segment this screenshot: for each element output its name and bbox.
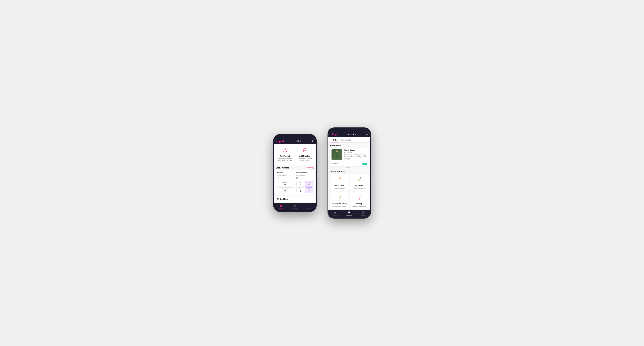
- home-content: Add Round Record your shots in fast or e…: [274, 144, 316, 203]
- capture-nav-icon: [308, 204, 310, 207]
- skill-card-approach[interactable]: Approach Dial-in to hit the green: [350, 174, 369, 191]
- explore-label: Explore skill areas: [330, 171, 369, 173]
- capture-nav-label: Capture: [306, 208, 311, 209]
- shots-count: 9 shots: [333, 163, 338, 165]
- practice-bottom-nav: Home Activities Capture: [328, 210, 370, 218]
- add-round-icon: [282, 148, 288, 154]
- practice-label: Practice: [278, 188, 293, 190]
- home-icon-2: [334, 211, 336, 214]
- nav-home-2[interactable]: Home: [328, 211, 342, 216]
- approach-title: Approach: [355, 184, 363, 186]
- arg-box: ARG 0: [296, 187, 304, 193]
- approach-desc: Dial-in to hit the green: [352, 187, 366, 189]
- home-nav-label: Home: [279, 208, 282, 209]
- svg-point-0: [283, 151, 286, 152]
- app-value: 4: [306, 183, 312, 186]
- view-activity-link[interactable]: View Activity: [305, 167, 314, 169]
- around-green-desc: Hone your short game: [332, 205, 346, 207]
- activities-nav-icon: [293, 204, 296, 207]
- drill-info: Wedge Ladder 50–100 yds Play 1 shot at e…: [344, 149, 367, 160]
- rounds-capture-label: Rounds Capture: [277, 174, 294, 176]
- svg-rect-1: [286, 148, 286, 149]
- stats-divider: [295, 172, 295, 193]
- off-the-tee-icon: [335, 175, 343, 184]
- add-practice-title: Add Practice: [299, 155, 310, 157]
- notch: [288, 134, 302, 138]
- practice-value: 0: [278, 190, 293, 192]
- golf-bag-row[interactable]: My Golf Bag ›: [275, 196, 315, 202]
- drills-top-row: OTT 0 APP 4: [296, 181, 313, 187]
- add-round-title: Add Round: [280, 155, 290, 157]
- phone-home: clippd Home ≡ Add Round Re: [273, 134, 317, 212]
- tournament-value: 0: [278, 183, 293, 186]
- rounds-total: 0: [277, 176, 294, 180]
- drills-title: Practice Drills: [296, 172, 313, 173]
- phone-practice: clippd Practice ≡ Drills Favourites Most…: [328, 128, 371, 218]
- skill-card-off-the-tee[interactable]: Off The Tee Power and accuracy: [330, 174, 349, 191]
- drill-range: 50–100 yds: [344, 151, 367, 153]
- putt-value: 4: [306, 190, 312, 192]
- activities-nav-label: Activities: [292, 208, 298, 209]
- putting-icon: [356, 194, 363, 202]
- clippd-logo-2: clippd: [331, 133, 338, 136]
- drill-desc: Play 1 shot at each target yardage. If y…: [344, 154, 367, 160]
- rounds-title: Rounds: [277, 172, 294, 173]
- off-the-tee-desc: Power and accuracy: [333, 187, 345, 189]
- nav-activities-2[interactable]: Activities: [342, 211, 356, 216]
- tab-drills[interactable]: Drills: [331, 137, 340, 143]
- practice-content: Most Popular: [328, 143, 370, 210]
- around-green-title: Around The Green: [332, 203, 346, 205]
- tournament-label: Tournament: [278, 182, 293, 183]
- drills-col: Practice Drills Drills Capture 8 OTT 0 A…: [296, 172, 313, 193]
- dot-2: [349, 167, 350, 168]
- rounds-stats-row: Tournament 0: [277, 181, 294, 187]
- app-box: APP 4: [305, 181, 313, 187]
- most-popular-section: Most Popular: [328, 143, 370, 170]
- arg-label: ARG: [297, 188, 304, 190]
- capture-icon-2: [362, 211, 365, 214]
- putting-title: Putting: [356, 203, 362, 205]
- drill-golfer-image: [332, 149, 342, 160]
- nav-capture[interactable]: Capture: [302, 204, 316, 209]
- putt-label: PUTT: [306, 188, 312, 190]
- capture-nav-label-2: Capture: [361, 214, 366, 216]
- add-practice-icon: [302, 148, 308, 154]
- ott-label: OTT: [297, 182, 304, 183]
- practice-screen: clippd Practice ≡ Drills Favourites Most…: [328, 131, 370, 218]
- nav-capture-2[interactable]: Capture: [356, 211, 370, 216]
- last-months-title: Last 3 Months: [276, 167, 289, 169]
- around-green-icon: [335, 194, 343, 202]
- skill-card-putting[interactable]: Putting Make and lag practice: [350, 192, 369, 209]
- drill-image: [332, 149, 342, 160]
- shots-dot-icon: [332, 163, 332, 164]
- stats-container: Rounds Rounds Capture 0 Tournament 0 Pra…: [275, 170, 315, 195]
- tab-favourites[interactable]: Favourites: [339, 137, 353, 143]
- nav-activities[interactable]: Activities: [288, 204, 302, 209]
- svg-point-11: [339, 177, 340, 178]
- star-icon[interactable]: ☆: [365, 149, 367, 152]
- add-round-card[interactable]: Add Round Record your shots in fast or e…: [276, 146, 294, 164]
- app-label: APP: [306, 182, 312, 183]
- explore-section: Explore skill areas: [328, 170, 370, 210]
- add-practice-card[interactable]: Add Practice Capture your practice off-t…: [296, 146, 314, 164]
- dot-1: [347, 167, 348, 168]
- svg-point-25: [360, 196, 361, 197]
- off-the-tee-title: Off The Tee: [334, 184, 344, 186]
- skill-card-around-green[interactable]: Around The Green Hone your short game: [330, 192, 349, 209]
- home-screen: clippd Home ≡ Add Round Re: [274, 138, 316, 211]
- home-nav-label-2: Home: [333, 214, 337, 216]
- menu-icon[interactable]: ≡: [312, 140, 313, 143]
- drill-card-inner: Wedge Ladder 50–100 yds Play 1 shot at e…: [330, 148, 369, 162]
- menu-icon-2[interactable]: ≡: [366, 133, 368, 136]
- dots-indicator: [330, 166, 369, 169]
- putting-desc: Make and lag practice: [352, 205, 366, 207]
- drill-footer: 9 shots APP: [330, 162, 369, 166]
- activities-icon-2: [348, 211, 350, 214]
- clippd-logo: clippd: [276, 140, 284, 143]
- drills-capture-label: Drills Capture: [296, 174, 313, 176]
- add-round-desc: Record your shots in fast or enhanced mo…: [277, 158, 292, 162]
- svg-point-5: [336, 150, 338, 152]
- home-bottom-nav: Home Activities Capture: [274, 203, 316, 211]
- wedge-ladder-card[interactable]: Wedge Ladder 50–100 yds Play 1 shot at e…: [330, 148, 369, 166]
- nav-home[interactable]: Home: [274, 204, 288, 209]
